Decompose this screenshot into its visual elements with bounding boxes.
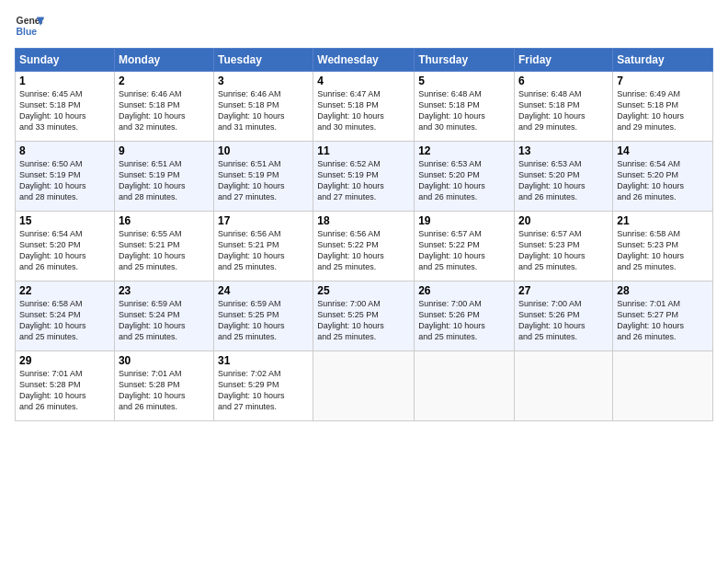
day-info: Sunrise: 6:56 AM Sunset: 5:22 PM Dayligh… (317, 228, 410, 273)
day-number: 11 (317, 144, 410, 157)
calendar-cell: 7Sunrise: 6:49 AM Sunset: 5:18 PM Daylig… (613, 72, 713, 142)
weekday-header-saturday: Saturday (613, 49, 713, 72)
day-info: Sunrise: 6:57 AM Sunset: 5:23 PM Dayligh… (518, 228, 609, 273)
day-number: 31 (218, 354, 309, 367)
day-number: 27 (518, 284, 609, 297)
day-number: 18 (317, 214, 410, 227)
day-number: 14 (617, 144, 709, 157)
calendar-cell: 25Sunrise: 7:00 AM Sunset: 5:25 PM Dayli… (313, 282, 415, 351)
calendar-cell: 8Sunrise: 6:50 AM Sunset: 5:19 PM Daylig… (16, 142, 115, 212)
day-info: Sunrise: 6:58 AM Sunset: 5:23 PM Dayligh… (617, 228, 709, 273)
day-info: Sunrise: 6:47 AM Sunset: 5:18 PM Dayligh… (317, 88, 410, 133)
weekday-header-wednesday: Wednesday (313, 49, 415, 72)
day-info: Sunrise: 7:01 AM Sunset: 5:27 PM Dayligh… (617, 298, 709, 343)
day-info: Sunrise: 7:01 AM Sunset: 5:28 PM Dayligh… (19, 368, 110, 413)
day-info: Sunrise: 6:48 AM Sunset: 5:18 PM Dayligh… (418, 88, 510, 133)
calendar-cell: 3Sunrise: 6:46 AM Sunset: 5:18 PM Daylig… (214, 72, 313, 142)
day-info: Sunrise: 6:46 AM Sunset: 5:18 PM Dayligh… (218, 88, 309, 133)
day-info: Sunrise: 6:59 AM Sunset: 5:25 PM Dayligh… (218, 298, 309, 343)
calendar-cell: 21Sunrise: 6:58 AM Sunset: 5:23 PM Dayli… (613, 212, 713, 282)
day-number: 12 (418, 144, 510, 157)
calendar-cell (515, 351, 613, 421)
svg-text:Blue: Blue (17, 27, 38, 37)
calendar-cell: 14Sunrise: 6:54 AM Sunset: 5:20 PM Dayli… (613, 142, 713, 212)
day-info: Sunrise: 6:50 AM Sunset: 5:19 PM Dayligh… (19, 158, 110, 203)
calendar-cell: 9Sunrise: 6:51 AM Sunset: 5:19 PM Daylig… (114, 142, 213, 212)
calendar-cell: 20Sunrise: 6:57 AM Sunset: 5:23 PM Dayli… (515, 212, 613, 282)
day-info: Sunrise: 6:48 AM Sunset: 5:18 PM Dayligh… (518, 88, 609, 133)
calendar-cell: 23Sunrise: 6:59 AM Sunset: 5:24 PM Dayli… (114, 282, 213, 351)
calendar-cell: 10Sunrise: 6:51 AM Sunset: 5:19 PM Dayli… (214, 142, 313, 212)
day-number: 13 (518, 144, 609, 157)
calendar-cell (313, 351, 415, 421)
calendar-cell: 22Sunrise: 6:58 AM Sunset: 5:24 PM Dayli… (16, 282, 115, 351)
day-number: 23 (119, 284, 210, 297)
week-row-1: 1Sunrise: 6:45 AM Sunset: 5:18 PM Daylig… (16, 72, 713, 142)
calendar-cell: 26Sunrise: 7:00 AM Sunset: 5:26 PM Dayli… (415, 282, 515, 351)
weekday-header-tuesday: Tuesday (214, 49, 313, 72)
calendar-cell (415, 351, 515, 421)
day-number: 22 (19, 284, 110, 297)
day-number: 30 (119, 354, 210, 367)
calendar-cell: 29Sunrise: 7:01 AM Sunset: 5:28 PM Dayli… (16, 351, 115, 421)
day-info: Sunrise: 6:53 AM Sunset: 5:20 PM Dayligh… (418, 158, 510, 203)
calendar-cell (613, 351, 713, 421)
day-number: 25 (317, 284, 410, 297)
calendar-cell: 31Sunrise: 7:02 AM Sunset: 5:29 PM Dayli… (214, 351, 313, 421)
day-number: 9 (119, 144, 210, 157)
calendar-cell: 24Sunrise: 6:59 AM Sunset: 5:25 PM Dayli… (214, 282, 313, 351)
weekday-header-row: SundayMondayTuesdayWednesdayThursdayFrid… (16, 49, 713, 72)
day-info: Sunrise: 6:51 AM Sunset: 5:19 PM Dayligh… (119, 158, 210, 203)
day-number: 20 (518, 214, 609, 227)
day-info: Sunrise: 6:58 AM Sunset: 5:24 PM Dayligh… (19, 298, 110, 343)
day-number: 3 (218, 75, 309, 87)
day-info: Sunrise: 7:00 AM Sunset: 5:26 PM Dayligh… (518, 298, 609, 343)
week-row-5: 29Sunrise: 7:01 AM Sunset: 5:28 PM Dayli… (16, 351, 713, 421)
weekday-header-friday: Friday (515, 49, 613, 72)
calendar-cell: 13Sunrise: 6:53 AM Sunset: 5:20 PM Dayli… (515, 142, 613, 212)
day-number: 8 (19, 144, 110, 157)
day-info: Sunrise: 6:51 AM Sunset: 5:19 PM Dayligh… (218, 158, 309, 203)
day-info: Sunrise: 6:55 AM Sunset: 5:21 PM Dayligh… (119, 228, 210, 273)
day-info: Sunrise: 7:00 AM Sunset: 5:26 PM Dayligh… (418, 298, 510, 343)
day-number: 29 (19, 354, 110, 367)
logo: General Blue (15, 11, 48, 40)
day-info: Sunrise: 6:56 AM Sunset: 5:21 PM Dayligh… (218, 228, 309, 273)
day-number: 26 (418, 284, 510, 297)
day-info: Sunrise: 7:01 AM Sunset: 5:28 PM Dayligh… (119, 368, 210, 413)
day-info: Sunrise: 6:54 AM Sunset: 5:20 PM Dayligh… (19, 228, 110, 273)
weekday-header-monday: Monday (114, 49, 213, 72)
header: General Blue (15, 11, 713, 40)
calendar-container: General Blue SundayMondayTuesdayWednesda… (0, 0, 728, 429)
calendar-cell: 11Sunrise: 6:52 AM Sunset: 5:19 PM Dayli… (313, 142, 415, 212)
calendar-cell: 17Sunrise: 6:56 AM Sunset: 5:21 PM Dayli… (214, 212, 313, 282)
day-info: Sunrise: 6:54 AM Sunset: 5:20 PM Dayligh… (617, 158, 709, 203)
day-number: 17 (218, 214, 309, 227)
logo-icon: General Blue (15, 11, 44, 40)
day-info: Sunrise: 6:59 AM Sunset: 5:24 PM Dayligh… (119, 298, 210, 343)
day-number: 19 (418, 214, 510, 227)
day-info: Sunrise: 6:49 AM Sunset: 5:18 PM Dayligh… (617, 88, 709, 133)
day-number: 5 (418, 75, 510, 87)
calendar-cell: 2Sunrise: 6:46 AM Sunset: 5:18 PM Daylig… (114, 72, 213, 142)
calendar-cell: 30Sunrise: 7:01 AM Sunset: 5:28 PM Dayli… (114, 351, 213, 421)
calendar-cell: 6Sunrise: 6:48 AM Sunset: 5:18 PM Daylig… (515, 72, 613, 142)
week-row-4: 22Sunrise: 6:58 AM Sunset: 5:24 PM Dayli… (16, 282, 713, 351)
calendar-cell: 15Sunrise: 6:54 AM Sunset: 5:20 PM Dayli… (16, 212, 115, 282)
day-number: 28 (617, 284, 709, 297)
day-info: Sunrise: 7:02 AM Sunset: 5:29 PM Dayligh… (218, 368, 309, 413)
day-info: Sunrise: 6:57 AM Sunset: 5:22 PM Dayligh… (418, 228, 510, 273)
calendar-cell: 27Sunrise: 7:00 AM Sunset: 5:26 PM Dayli… (515, 282, 613, 351)
calendar-cell: 5Sunrise: 6:48 AM Sunset: 5:18 PM Daylig… (415, 72, 515, 142)
calendar-cell: 16Sunrise: 6:55 AM Sunset: 5:21 PM Dayli… (114, 212, 213, 282)
day-number: 15 (19, 214, 110, 227)
calendar-table: SundayMondayTuesdayWednesdayThursdayFrid… (15, 48, 713, 421)
calendar-cell: 28Sunrise: 7:01 AM Sunset: 5:27 PM Dayli… (613, 282, 713, 351)
calendar-cell: 1Sunrise: 6:45 AM Sunset: 5:18 PM Daylig… (16, 72, 115, 142)
day-number: 6 (518, 75, 609, 87)
day-info: Sunrise: 6:46 AM Sunset: 5:18 PM Dayligh… (119, 88, 210, 133)
week-row-3: 15Sunrise: 6:54 AM Sunset: 5:20 PM Dayli… (16, 212, 713, 282)
calendar-cell: 12Sunrise: 6:53 AM Sunset: 5:20 PM Dayli… (415, 142, 515, 212)
day-info: Sunrise: 6:45 AM Sunset: 5:18 PM Dayligh… (19, 88, 110, 133)
day-info: Sunrise: 6:52 AM Sunset: 5:19 PM Dayligh… (317, 158, 410, 203)
